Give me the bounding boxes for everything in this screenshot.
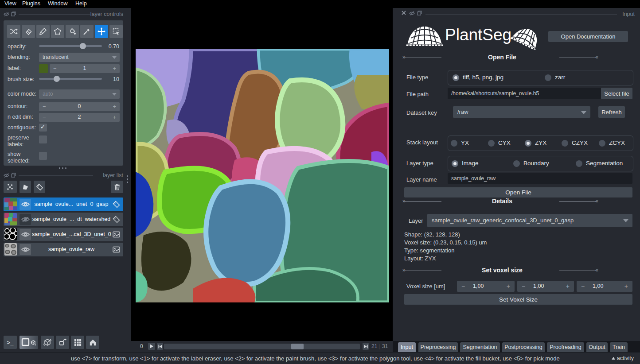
details-layer-dropdown[interactable]: sample_ovule_raw_generic_confocal_3D_une…	[427, 214, 632, 227]
decrement-icon[interactable]: −	[581, 283, 585, 290]
radio-cyx[interactable]	[488, 140, 495, 147]
tab-postprocessing[interactable]: Postprocessing	[502, 342, 545, 352]
menu-help[interactable]: Help	[74, 0, 89, 8]
radio-segmentation[interactable]	[576, 160, 582, 167]
fill-bucket-tool-button[interactable]	[66, 25, 79, 38]
n-edit-dim-spinbox[interactable]: − 2 +	[39, 113, 120, 122]
chevron-down-icon	[112, 93, 117, 96]
voxel-size-spinbox-x[interactable]: − 1,00 +	[577, 281, 632, 292]
layer-row-sample-ovule-raw[interactable]: sample_ovule_raw	[4, 243, 123, 256]
dim-slider-track[interactable]	[164, 344, 360, 349]
viewer-canvas[interactable]	[131, 8, 393, 341]
dock-splitter-handle[interactable]	[127, 175, 128, 183]
menu-window[interactable]: Window	[46, 0, 69, 8]
dataset-key-dropdown[interactable]: /raw	[453, 106, 590, 118]
set-voxel-size-button[interactable]: Set Voxel Size	[404, 294, 632, 305]
layer-row-dt-watershed[interactable]: sample_ovule_..._dt_watershed	[4, 213, 123, 226]
hide-panel-icon[interactable]	[4, 12, 9, 17]
layer-row-3d-unet[interactable]: sample_ovule_...cal_3D_unet_0	[4, 228, 123, 241]
tab-segmentation[interactable]: Segmentation	[460, 342, 500, 352]
color-mode-dropdown[interactable]: auto	[39, 89, 120, 99]
increment-icon[interactable]: +	[566, 283, 570, 290]
step-forward-button[interactable]	[363, 343, 369, 350]
layer-name-input[interactable]: sample_ovule_raw	[448, 173, 632, 184]
float-panel-icon[interactable]	[417, 11, 423, 16]
new-shapes-layer-button[interactable]	[20, 181, 31, 193]
brush-size-slider[interactable]	[39, 75, 102, 82]
paint-brush-tool-button[interactable]	[36, 25, 50, 38]
decrement-icon[interactable]: −	[461, 283, 465, 290]
tab-proofreading[interactable]: Proofreading	[547, 342, 584, 352]
color-picker-tool-button[interactable]	[80, 25, 94, 38]
eraser-tool-button[interactable]	[22, 25, 35, 38]
new-points-layer-button[interactable]	[4, 181, 17, 193]
roll-dimensions-button[interactable]	[41, 336, 54, 349]
console-icon: >_	[7, 339, 14, 346]
increment-icon[interactable]: +	[113, 103, 116, 110]
visibility-toggle[interactable]	[20, 244, 31, 255]
radio-tiff-h5[interactable]	[453, 74, 459, 81]
label-spinbox[interactable]: − 1 +	[50, 64, 120, 73]
tab-preprocessing[interactable]: Preprocessing	[418, 342, 458, 352]
console-button[interactable]: >_	[4, 336, 17, 349]
radio-yx[interactable]	[451, 140, 457, 147]
increment-icon[interactable]: +	[113, 114, 116, 120]
tab-output[interactable]: Output	[586, 342, 608, 352]
radio-zcyx[interactable]	[599, 140, 605, 147]
radio-image[interactable]	[452, 160, 458, 167]
file-path-input[interactable]: /home/kai/shortcuts/sample_ovule.h5	[448, 88, 601, 99]
pan-zoom-tool-button[interactable]	[95, 25, 108, 38]
contiguous-checkbox[interactable]	[39, 124, 47, 132]
close-icon[interactable]	[402, 11, 407, 16]
visibility-toggle[interactable]	[20, 229, 31, 240]
transform-tool-button[interactable]	[109, 25, 123, 38]
show-selected-checkbox[interactable]	[39, 152, 47, 160]
increment-icon[interactable]: +	[624, 283, 628, 290]
opacity-slider-handle[interactable]	[80, 43, 86, 49]
visibility-toggle[interactable]	[20, 199, 31, 210]
preserve-labels-checkbox[interactable]	[39, 136, 47, 143]
ndisplay-toggle-button[interactable]	[20, 336, 38, 349]
opacity-slider[interactable]	[39, 43, 102, 50]
new-labels-layer-button[interactable]	[34, 181, 45, 193]
menu-plugins[interactable]: Plugins	[20, 0, 42, 8]
hide-panel-icon[interactable]	[4, 173, 9, 178]
dim-slider-handle[interactable]	[291, 344, 304, 349]
increment-icon[interactable]: +	[507, 283, 510, 290]
refresh-button[interactable]: Refresh	[598, 106, 625, 118]
radio-zarr[interactable]	[545, 74, 551, 81]
select-file-button[interactable]: Select file	[601, 88, 632, 99]
polygon-tool-button[interactable]	[51, 25, 64, 38]
open-documentation-button[interactable]: Open Documentation	[548, 31, 628, 42]
home-reset-view-button[interactable]	[86, 336, 99, 349]
layer-row-unet-0-gasp[interactable]: sample_ovule..._unet_0_gasp	[4, 197, 123, 211]
blending-dropdown[interactable]: translucent	[39, 53, 120, 62]
radio-zyx[interactable]	[525, 140, 531, 147]
layer-thumbnail	[4, 243, 17, 256]
label-color-swatch[interactable]	[39, 64, 48, 73]
transpose-dimensions-button[interactable]	[56, 336, 69, 349]
hide-panel-icon[interactable]	[409, 11, 415, 16]
delete-layer-button[interactable]	[111, 181, 123, 193]
grid-view-button[interactable]	[71, 336, 84, 349]
activity-toggle[interactable]: activity	[612, 355, 634, 361]
decrement-icon[interactable]: −	[522, 283, 525, 290]
increment-icon[interactable]: +	[113, 65, 116, 72]
visibility-toggle[interactable]	[20, 214, 31, 225]
menu-view[interactable]: View	[3, 0, 18, 8]
radio-czyx[interactable]	[562, 140, 568, 147]
float-panel-icon[interactable]	[11, 12, 17, 17]
panel-resize-handle[interactable]	[59, 167, 66, 169]
voxel-size-spinbox-z[interactable]: − 1,00 +	[457, 281, 515, 292]
tab-input[interactable]: Input	[398, 342, 416, 352]
radio-boundary[interactable]	[513, 160, 520, 167]
brush-size-slider-handle[interactable]	[54, 76, 60, 82]
open-file-button[interactable]: Open File	[404, 187, 632, 197]
float-panel-icon[interactable]	[11, 173, 17, 178]
shuffle-colors-button[interactable]	[7, 25, 20, 38]
tab-train[interactable]: Train	[610, 342, 628, 352]
contour-spinbox[interactable]: − 0 +	[39, 102, 120, 111]
step-back-button[interactable]	[157, 343, 163, 350]
play-button[interactable]	[148, 343, 155, 350]
voxel-size-spinbox-y[interactable]: − 1,00 +	[517, 281, 574, 292]
